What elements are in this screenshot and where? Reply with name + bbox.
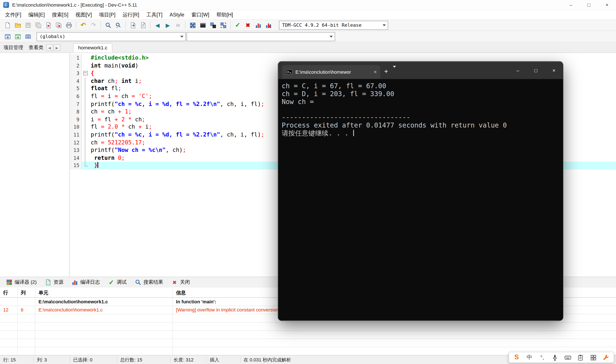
terminal-line: 请按任意键继续. . .: [282, 129, 560, 137]
sogou-logo[interactable]: S: [512, 353, 521, 362]
line-number: 6: [70, 92, 82, 100]
toggle-bookmark-button[interactable]: [13, 32, 23, 41]
punctuation[interactable]: °,: [537, 353, 547, 362]
terminal-tab[interactable]: E:\ma\conclution\homewor ×: [282, 65, 380, 79]
insert-snippet-button[interactable]: [2, 32, 13, 41]
code-token: 2.0: [108, 124, 118, 130]
tab-view-classes[interactable]: 查看类: [26, 43, 46, 52]
profile-button[interactable]: [253, 21, 263, 30]
status-line: 行: 15: [0, 357, 34, 363]
menu-run[interactable]: 运行[R]: [119, 10, 143, 19]
abort-compilation-button[interactable]: ✖: [243, 21, 253, 30]
chevron-down-icon[interactable]: [328, 32, 335, 41]
tab-search-results[interactable]: 搜索结果: [130, 277, 167, 288]
menu-edit[interactable]: 编辑[E]: [25, 10, 48, 19]
code-line[interactable]: 1#include<stdio.h>: [70, 54, 616, 62]
members-combobox[interactable]: [187, 32, 335, 41]
voice-input[interactable]: [550, 353, 560, 362]
menu-window[interactable]: 窗口[W]: [188, 10, 213, 19]
replace-button[interactable]: [113, 21, 123, 30]
class-toolbar-buttons: [2, 32, 33, 41]
ime-toolbar: S中°,: [509, 352, 614, 363]
new-file-icon: [4, 22, 11, 29]
compile-button[interactable]: [187, 21, 198, 30]
toolbox[interactable]: [602, 353, 611, 362]
terminal-maximize-button[interactable]: □: [527, 62, 545, 79]
close-button[interactable]: ×: [598, 0, 616, 10]
goto-line-button[interactable]: [128, 21, 138, 30]
code-token: *: [122, 124, 125, 130]
delete-profiling-button[interactable]: [263, 21, 274, 30]
close-file-button[interactable]: [43, 21, 54, 30]
goto-function-button[interactable]: [138, 21, 148, 30]
find-button[interactable]: [103, 21, 113, 30]
clipboard-icon: [577, 354, 584, 361]
tab-close-panel[interactable]: ✖关闭: [167, 277, 194, 288]
back-button[interactable]: ◀: [152, 21, 163, 30]
goto-bookmark-button[interactable]: [23, 32, 33, 41]
forward-button[interactable]: ▶: [163, 21, 173, 30]
terminal-output[interactable]: ch = C, i = 67, fl = 67.00ch = D, i = 20…: [278, 79, 563, 320]
menu-astyle[interactable]: AStyle: [166, 11, 188, 19]
toolbar-separator: [125, 21, 126, 29]
lang-mode[interactable]: 中: [525, 353, 534, 362]
code-token: ;: [142, 116, 145, 122]
open-file-icon: [14, 22, 21, 29]
close-all-button[interactable]: [54, 21, 64, 30]
chevron-down-icon[interactable]: [178, 32, 185, 41]
open-file-button[interactable]: [13, 21, 23, 30]
tab-scroll-left-button[interactable]: ◀: [46, 44, 53, 51]
new-file-button[interactable]: [2, 21, 13, 30]
apps-grid[interactable]: [589, 353, 598, 362]
menu-search[interactable]: 搜索[S]: [48, 10, 72, 19]
cell-message: [173, 331, 616, 338]
pause-button[interactable]: ▮▮: [173, 21, 183, 30]
redo-button[interactable]: ↷: [88, 21, 99, 30]
toolbar-separator: [100, 21, 101, 29]
fold-collapse-icon[interactable]: [82, 69, 90, 77]
syntax-check-button[interactable]: ✓: [233, 21, 243, 30]
rebuild-all-button[interactable]: [218, 21, 228, 30]
undo-icon: ↶: [80, 22, 87, 29]
code-token: +: [115, 116, 118, 122]
menu-tools[interactable]: 工具[T]: [143, 10, 166, 19]
soft-keyboard[interactable]: [563, 353, 572, 362]
terminal-minimize-button[interactable]: –: [509, 62, 527, 79]
editor-tab-homework1[interactable]: homework1.c: [73, 43, 112, 52]
tab-debug[interactable]: ✓调试: [104, 277, 130, 288]
menu-view[interactable]: 视图[V]: [72, 10, 96, 19]
tab-resources[interactable]: 资源: [41, 277, 67, 288]
print-button[interactable]: [64, 21, 74, 30]
globals-combobox[interactable]: (globals): [37, 32, 186, 41]
toolbar-separator: [150, 21, 151, 29]
save-button[interactable]: [23, 21, 33, 30]
terminal-window[interactable]: E:\ma\conclution\homewor × + – □ × ch = …: [278, 61, 563, 321]
menu-project[interactable]: 项目[P]: [96, 10, 119, 19]
compile-icon: [189, 22, 196, 29]
terminal-close-button[interactable]: ×: [545, 62, 563, 79]
terminal-tab-dropdown-button[interactable]: [393, 67, 396, 75]
menu-file[interactable]: 文件[F]: [1, 10, 25, 19]
project-manager-panel[interactable]: [0, 53, 70, 277]
clipboard[interactable]: [576, 353, 585, 362]
chevron-down-icon[interactable]: [381, 21, 388, 29]
cell-col: 6: [18, 306, 36, 314]
tab-compile-log[interactable]: 编译日志: [67, 277, 104, 288]
compile-run-button[interactable]: [208, 21, 218, 30]
compiler-combobox[interactable]: TDM-GCC 4.9.2 64-bit Release: [279, 21, 388, 29]
cell-line: [0, 298, 18, 306]
menu-help[interactable]: 帮助[H]: [213, 10, 237, 19]
terminal-tab-close-icon[interactable]: ×: [374, 69, 377, 75]
code-token: fl: [101, 116, 115, 122]
save-all-button[interactable]: [33, 21, 43, 30]
minimize-button[interactable]: –: [562, 0, 580, 10]
tab-scroll-right-button[interactable]: ▶: [54, 44, 60, 51]
fold-margin: [82, 54, 90, 62]
run-button[interactable]: [198, 21, 208, 30]
tab-project-manager[interactable]: 项目管理: [1, 43, 26, 52]
undo-button[interactable]: ↶: [78, 21, 89, 30]
maximize-button[interactable]: □: [580, 0, 598, 10]
terminal-new-tab-button[interactable]: +: [384, 68, 388, 76]
tab-compiler[interactable]: 编译器 (2): [1, 277, 41, 288]
code-token: , ch): [165, 147, 183, 153]
